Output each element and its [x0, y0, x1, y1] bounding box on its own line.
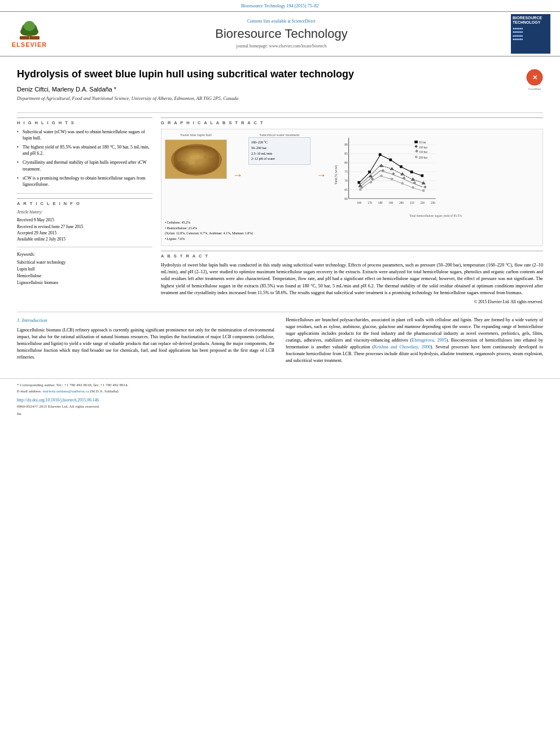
scw-param-3: 2.5–10 mL/min	[251, 151, 308, 157]
scw-param-2: 50–200 bar	[251, 146, 308, 151]
svg-marker-59	[403, 176, 406, 180]
title-row: Hydrolysis of sweet blue lupin hull usin…	[17, 68, 543, 108]
keyword-4: Lignocellulosic biomass	[17, 279, 152, 286]
svg-text:210: 210	[410, 201, 414, 204]
page: Bioresource Technology 194 (2015) 75–82 …	[0, 0, 560, 747]
crossmark-label: CrossMark	[526, 88, 543, 91]
svg-point-66	[401, 182, 404, 185]
svg-point-4	[24, 21, 35, 31]
svg-text:200 bar: 200 bar	[419, 155, 428, 159]
footer-corresponding: * Corresponding author. Tel.: +1 780 492…	[17, 382, 543, 388]
intro-heading: 1. Introduction	[17, 317, 274, 324]
journal-reference-bar: Bioresource Technology 194 (2015) 75–82	[0, 0, 560, 11]
intro-text-2: Hemicelluloses are branched polysacchari…	[286, 317, 543, 364]
intro-paragraph-2: Hemicelluloses are branched polysacchari…	[286, 317, 543, 364]
comp-label-3: (Xylan: 12.8%, Galactan: 6.7%, Arabinan:…	[165, 231, 539, 237]
svg-point-67	[412, 186, 414, 189]
highlight-item-2: The highest yield of 85.5% was obtained …	[17, 144, 152, 156]
svg-text:60: 60	[344, 196, 348, 200]
keyword-1: Subcritical water technology	[17, 259, 152, 266]
svg-point-64	[380, 174, 383, 177]
svg-text:80: 80	[344, 161, 348, 164]
highlights-list: Subcritical water (sCW) was used to obta…	[17, 129, 152, 188]
svg-text:90: 90	[344, 143, 348, 146]
elsevier-tree-icon	[14, 18, 45, 41]
doi-link[interactable]: http://dx.doi.org/10.1016/j.biortech.201…	[17, 397, 99, 403]
left-column: H I G H L I G H T S Subcritical water (s…	[17, 117, 152, 305]
intro-left-col: 1. Introduction Lignocellulosic biomass …	[17, 317, 274, 367]
svg-marker-58	[392, 172, 395, 176]
ga-composition-labels: • Cellulose: 45.2% • Hemicellulose: 23.4…	[165, 220, 539, 242]
journal-header: ELSEVIER Contents lists available at Sci…	[0, 11, 560, 56]
footer-doi-area: http://dx.doi.org/10.1016/j.biortech.201…	[17, 396, 543, 403]
abstract-paragraph: Hydrolysis of sweet blue lupin hulls was…	[161, 262, 543, 296]
svg-rect-5	[20, 36, 40, 40]
affiliation: Department of Agricultural, Food and Nut…	[17, 95, 520, 102]
svg-text:Yield (%, wt/wt): Yield (%, wt/wt)	[334, 165, 338, 185]
comp-label-1: • Cellulose: 45.2%	[165, 220, 539, 226]
history-label: Article history:	[17, 209, 152, 215]
scw-param-4: 2–12 pH of water	[251, 156, 308, 162]
highlight-item-4: sCW is a promising technology to obtain …	[17, 175, 152, 187]
ga-chart-area: 60 65 70 75 80 85 90	[332, 133, 539, 219]
article-info-header: A R T I C L E I N F O	[17, 198, 152, 207]
divider-highlights	[17, 193, 152, 194]
available-date: Available online 2 July 2015	[17, 236, 152, 242]
bio-logo-box: BIORESOURCETECHNOLOGY ■■■■■■■■■■■■■■■■■■…	[511, 14, 550, 54]
elsevier-logo: ELSEVIER	[7, 18, 52, 49]
scw-params-box: 180–220 °C 50–200 bar 2.5–10 mL/min 2–12…	[248, 137, 310, 164]
svg-text:70: 70	[344, 178, 348, 182]
right-column: G R A P H I C A L A B S T R A C T Sweet …	[161, 117, 543, 305]
svg-rect-47	[421, 174, 424, 177]
svg-point-14	[188, 148, 205, 160]
svg-rect-44	[390, 158, 392, 161]
svg-marker-51	[390, 167, 393, 170]
ga-inner: Sweet blue lupin hull	[165, 133, 539, 219]
keyword-3: Hemicellulose	[17, 273, 152, 279]
svg-point-12	[177, 148, 199, 165]
journal-center: Contents lists available at ScienceDirec…	[52, 19, 511, 49]
journal-reference: Bioresource Technology 194 (2015) 75–82	[241, 3, 319, 8]
received-date: Received 9 May 2015	[17, 217, 152, 223]
arrow-icon-2: →	[316, 168, 326, 182]
graphical-abstract-box: Sweet blue lupin hull	[161, 129, 543, 246]
svg-point-68	[422, 189, 425, 192]
svg-text:230: 230	[431, 201, 435, 204]
divider-2	[17, 312, 543, 312]
bio-logo-content: ■■■■■■■■■■■■■■■■■■■■■■■■	[513, 27, 549, 41]
bio-logo-title: BIORESOURCETECHNOLOGY	[513, 16, 549, 25]
title-area: Hydrolysis of sweet blue lupin hull usin…	[17, 68, 520, 108]
lupin-svg	[165, 140, 227, 179]
svg-point-16	[205, 150, 216, 158]
footer-area: * Corresponding author. Tel.: +1 780 492…	[0, 378, 560, 417]
svg-point-65	[391, 177, 393, 180]
footer-email-link: marleny.saldana@ualberta.ca	[43, 389, 89, 394]
highlight-item-1: Subcritical water (sCW) was used to obta…	[17, 129, 152, 141]
crossmark-area: ✕ CrossMark CrossMark	[526, 69, 543, 91]
svg-text:65: 65	[344, 187, 348, 191]
svg-text:190: 190	[388, 201, 393, 204]
sciencedirect-text: Contents lists available at ScienceDirec…	[52, 19, 511, 24]
intro-paragraph-1: Lignocellulosic biomass (LCB) refinery a…	[17, 327, 274, 361]
svg-rect-43	[379, 153, 382, 156]
keyword-2: Lupin hull	[17, 266, 152, 273]
intro-right-col: Hemicelluloses are branched polysacchari…	[286, 317, 543, 367]
divider-1	[17, 112, 543, 113]
svg-text:CrossMark: CrossMark	[529, 82, 540, 85]
scw-param-1: 180–220 °C	[251, 140, 308, 146]
ref-krishna: Krishna and Chowdary, 2000	[374, 344, 430, 350]
keywords-list: Subcritical water technology Lupin hull …	[17, 259, 152, 286]
svg-marker-60	[413, 181, 417, 184]
svg-text:170: 170	[368, 201, 372, 204]
ga-label-right: Subcritical water treatment	[248, 133, 310, 138]
svg-point-63	[370, 181, 373, 184]
chart-caption: Total hemicellulose sugars yield of 85.5…	[332, 214, 539, 218]
highlight-item-3: Crystallinity and thermal stability of l…	[17, 159, 152, 172]
svg-text:75: 75	[344, 170, 348, 173]
footer-issn: 0960-8524/© 2015 Elsevier Ltd. All right…	[17, 404, 543, 410]
svg-point-76	[415, 155, 418, 158]
svg-rect-70	[414, 141, 418, 143]
svg-marker-72	[414, 145, 418, 148]
footer-fin: fin	[17, 412, 543, 417]
comp-label-4: • Lignin: 7.6%	[165, 237, 539, 242]
